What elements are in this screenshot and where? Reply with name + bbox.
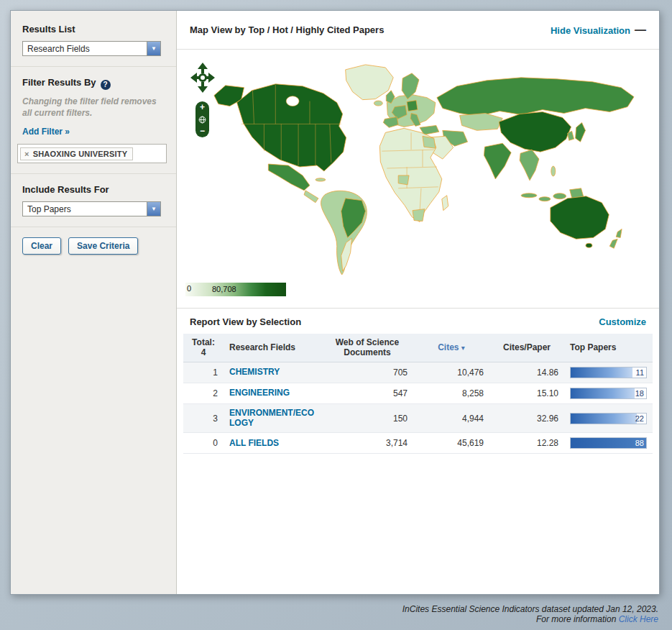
filter-tag-container: × SHAOXING UNIVERSITY: [17, 144, 167, 163]
collapse-icon[interactable]: —: [635, 24, 646, 36]
results-list-selected-value: Research Fields: [27, 44, 90, 54]
field-link[interactable]: ALL FIELDS: [229, 439, 279, 449]
top-papers-bar: 22: [570, 413, 647, 424]
sidebar-divider: [11, 227, 176, 227]
filter-note: Changing the filter field removes all cu…: [22, 96, 165, 119]
map-region-oceania[interactable]: [551, 196, 622, 249]
include-results-selected-value: Top Papers: [27, 204, 71, 214]
field-link[interactable]: CHEMISTRY: [229, 368, 280, 378]
sort-desc-icon[interactable]: ▾: [461, 344, 465, 352]
field-link[interactable]: ENVIRONMENT/ECOLOGY: [229, 408, 316, 429]
map-color-legend: 0 80,708: [185, 283, 286, 296]
main-panel: Map View by Top / Hot / Highly Cited Pap…: [177, 11, 659, 594]
cites-cell: 45,619: [413, 433, 489, 454]
results-list-select[interactable]: Research Fields ▼: [22, 41, 161, 56]
sidebar-divider: [11, 66, 176, 67]
rank-cell: 1: [183, 362, 224, 383]
map-container: + −: [177, 58, 659, 280]
sidebar-divider: [11, 173, 176, 174]
include-results-heading: Include Results For: [22, 184, 165, 195]
map-view-title: Map View by Top / Hot / Highly Cited Pap…: [190, 24, 384, 35]
map-region-south-america[interactable]: [321, 191, 367, 275]
click-here-link[interactable]: Click Here: [619, 614, 658, 624]
column-header-cites[interactable]: Cites ▾: [413, 334, 489, 362]
table-row: 0 ALL FIELDS 3,714 45,619 12.28 88: [183, 433, 653, 454]
clear-button[interactable]: Clear: [22, 237, 61, 255]
report-view-title: Report View by Selection: [190, 316, 301, 327]
docs-cell: 150: [321, 403, 413, 433]
column-header-cites-per-paper: Cites/Paper: [489, 334, 564, 362]
more-info-text: For more information: [536, 614, 619, 624]
cites-per-paper-cell: 32.96: [489, 403, 564, 433]
app-window: Results List Research Fields ▼ Filter Re…: [10, 10, 660, 595]
total-label: Total:: [189, 337, 218, 347]
pan-compass-icon[interactable]: [190, 63, 215, 94]
column-header-research-fields: Research Fields: [224, 334, 321, 362]
top-papers-value: 88: [635, 439, 644, 447]
top-papers-value: 11: [636, 368, 644, 377]
dataset-footer: InCites Essential Science Indicators dat…: [402, 604, 658, 625]
report-view-header: Report View by Selection Customize: [177, 308, 659, 334]
table-row: 3 ENVIRONMENT/ECOLOGY 150 4,944 32.96 22: [183, 403, 653, 433]
map-region-asia[interactable]: [420, 78, 634, 201]
filter-tag: × SHAOXING UNIVERSITY: [20, 147, 133, 160]
sidebar-buttons: Clear Save Criteria: [22, 237, 165, 255]
cites-cell: 10,476: [413, 362, 489, 383]
docs-cell: 547: [321, 383, 413, 403]
filter-by-heading: Filter Results By?: [22, 77, 165, 90]
table-row: 2 ENGINEERING 547 8,258 15.10 18: [183, 383, 653, 403]
docs-cell: 705: [321, 362, 413, 383]
save-criteria-button[interactable]: Save Criteria: [68, 237, 138, 255]
add-filter-link[interactable]: Add Filter »: [22, 127, 70, 137]
zoom-control[interactable]: + −: [195, 101, 209, 137]
top-papers-value: 18: [635, 389, 644, 398]
zoom-in-icon[interactable]: +: [200, 104, 205, 111]
include-results-select[interactable]: Top Papers ▼: [22, 201, 161, 216]
dropdown-arrow-icon[interactable]: ▼: [147, 202, 160, 216]
column-header-documents: Web of Science Documents: [321, 334, 413, 362]
cites-sort-label[interactable]: Cites: [438, 342, 459, 352]
dropdown-arrow-icon[interactable]: ▼: [147, 42, 160, 55]
legend-min-value: 0: [187, 284, 191, 293]
cites-cell: 4,944: [413, 403, 489, 433]
hide-visualization-link[interactable]: Hide Visualization: [551, 25, 630, 36]
top-papers-bar: 18: [570, 388, 647, 399]
results-list-heading: Results List: [22, 24, 165, 35]
customize-link[interactable]: Customize: [599, 316, 646, 327]
filter-tag-label: SHAOXING UNIVERSITY: [33, 150, 128, 158]
top-papers-bar: 88: [570, 437, 647, 449]
report-table-container: Total: 4 Research Fields Web of Science …: [177, 334, 659, 454]
table-header-row: Total: 4 Research Fields Web of Science …: [183, 334, 653, 362]
map-view-header: Map View by Top / Hot / Highly Cited Pap…: [177, 11, 659, 50]
cites-per-paper-cell: 12.28: [489, 433, 564, 454]
rank-cell: 3: [183, 403, 224, 433]
cites-cell: 8,258: [413, 383, 489, 403]
column-header-top-papers: Top Papers: [564, 334, 653, 362]
help-icon[interactable]: ?: [101, 80, 111, 90]
filter-by-label: Filter Results By: [22, 77, 96, 88]
field-link[interactable]: ENGINEERING: [229, 388, 290, 398]
cites-per-paper-cell: 15.10: [489, 383, 564, 403]
report-table: Total: 4 Research Fields Web of Science …: [183, 334, 653, 454]
world-map[interactable]: [183, 58, 654, 280]
sidebar: Results List Research Fields ▼ Filter Re…: [11, 11, 177, 594]
table-row: 1 CHEMISTRY 705 10,476 14.86 11: [183, 362, 653, 383]
top-papers-bar: 11: [570, 367, 647, 378]
map-region-north-america[interactable]: [214, 84, 346, 203]
dataset-updated-text: InCites Essential Science Indicators dat…: [402, 604, 658, 614]
column-header-total: Total: 4: [183, 334, 224, 362]
rank-cell: 2: [183, 383, 224, 403]
docs-cell: 3,714: [321, 433, 413, 454]
total-value: 4: [189, 347, 218, 357]
globe-icon[interactable]: [198, 116, 206, 124]
legend-max-value: 80,708: [212, 285, 236, 293]
rank-cell: 0: [183, 433, 224, 454]
zoom-out-icon[interactable]: −: [200, 127, 205, 135]
top-papers-value: 22: [635, 414, 644, 423]
cites-per-paper-cell: 14.86: [489, 362, 564, 383]
remove-filter-icon[interactable]: ×: [24, 150, 29, 158]
